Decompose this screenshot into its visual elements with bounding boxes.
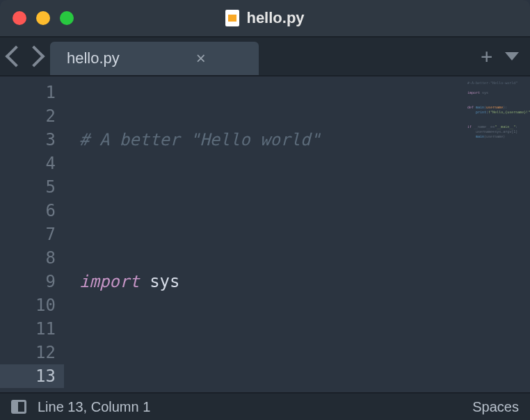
line-number: 10 (0, 293, 56, 317)
sidebar-toggle-icon[interactable] (11, 400, 26, 414)
code-area[interactable]: # A better "Hello world" import sys def … (64, 76, 530, 392)
line-number: 9 (0, 270, 56, 293)
editor[interactable]: 12345678910111213 # A better "Hello worl… (0, 76, 530, 392)
nav-forward-icon[interactable] (23, 45, 45, 67)
new-tab-icon[interactable]: + (481, 45, 492, 68)
line-number: 8 (0, 246, 56, 270)
history-nav (0, 38, 50, 75)
window-title-text: hello.py (246, 9, 304, 27)
tab-close-icon[interactable]: × (196, 49, 206, 68)
tab-label: hello.py (67, 49, 120, 67)
line-number: 4 (0, 152, 56, 175)
line-number: 5 (0, 175, 56, 199)
tab-bar: hello.py × + (0, 36, 530, 76)
tab-menu-icon[interactable] (505, 52, 519, 60)
line-number: 2 (0, 104, 56, 128)
line-number: 6 (0, 199, 56, 223)
titlebar: hello.py (0, 0, 530, 36)
sublime-file-icon (225, 10, 239, 26)
line-number: 3 (0, 128, 56, 152)
line-number: 7 (0, 223, 56, 246)
code-line (64, 412, 530, 420)
minimize-window-button[interactable] (36, 11, 50, 25)
window-controls (13, 11, 74, 25)
line-number-gutter: 12345678910111213 (0, 76, 64, 392)
line-number: 13 (0, 364, 64, 388)
code-line: # A better "Hello world" (64, 128, 530, 152)
code-line (64, 199, 530, 223)
tab-bar-right: + (481, 38, 530, 75)
line-number: 12 (0, 341, 56, 364)
code-line (64, 341, 530, 364)
close-window-button[interactable] (13, 11, 26, 25)
line-number: 11 (0, 317, 56, 341)
code-line: import sys (64, 270, 530, 293)
window-title: hello.py (0, 9, 530, 27)
line-number: 1 (0, 81, 56, 104)
zoom-window-button[interactable] (60, 11, 74, 25)
tab-active[interactable]: hello.py × (50, 42, 259, 75)
